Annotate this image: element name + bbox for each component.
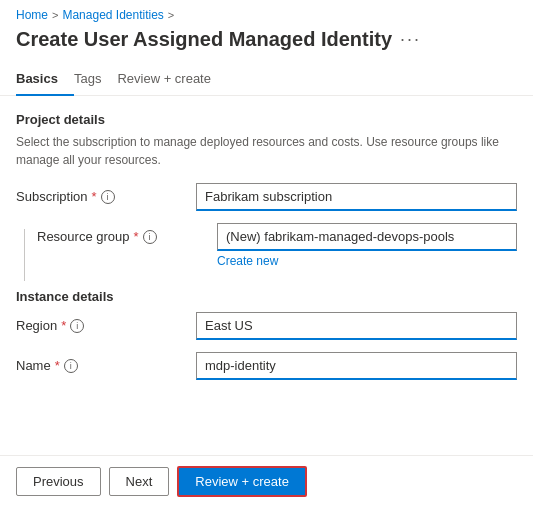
resource-group-divider-row: Resource group * i Create new [16,223,517,281]
region-info-icon[interactable]: i [70,319,84,333]
name-field-row: Name * i [16,352,517,380]
region-input[interactable] [196,312,517,340]
region-label: Region [16,318,57,333]
project-details-section: Project details Select the subscription … [16,112,517,169]
region-field-row: Region * i [16,312,517,340]
page-title-row: Create User Assigned Managed Identity ··… [0,26,533,63]
resource-group-input[interactable] [217,223,517,251]
more-options-icon[interactable]: ··· [400,29,421,50]
instance-details-title: Instance details [16,289,517,304]
resource-group-label: Resource group [37,229,130,244]
vertical-divider [24,229,25,281]
name-info-icon[interactable]: i [64,359,78,373]
resource-group-required: * [134,229,139,244]
previous-button[interactable]: Previous [16,467,101,496]
breadcrumb: Home > Managed Identities > [0,0,533,26]
subscription-label-col: Subscription * i [16,183,196,204]
project-details-desc: Select the subscription to manage deploy… [16,133,517,169]
breadcrumb-home[interactable]: Home [16,8,48,22]
resource-group-info-icon[interactable]: i [143,230,157,244]
region-label-col: Region * i [16,312,196,333]
tab-tags[interactable]: Tags [74,63,117,96]
tab-basics[interactable]: Basics [16,63,74,96]
create-new-link[interactable]: Create new [217,254,517,268]
subscription-label: Subscription [16,189,88,204]
name-required: * [55,358,60,373]
tabs-bar: Basics Tags Review + create [0,63,533,96]
instance-details-section: Instance details [16,289,517,304]
subscription-input[interactable] [196,183,517,211]
resource-group-inner: Resource group * i Create new [37,223,517,280]
tab-review-create[interactable]: Review + create [117,63,227,96]
resource-group-field-row: Resource group * i Create new [37,223,517,268]
next-button[interactable]: Next [109,467,170,496]
breadcrumb-sep-2: > [168,9,174,21]
project-details-title: Project details [16,112,517,127]
review-create-button[interactable]: Review + create [177,466,307,497]
name-input[interactable] [196,352,517,380]
name-label: Name [16,358,51,373]
name-label-col: Name * i [16,352,196,373]
name-input-col [196,352,517,380]
page-title: Create User Assigned Managed Identity [16,28,392,51]
subscription-required: * [92,189,97,204]
footer: Previous Next Review + create [0,455,533,507]
subscription-field-row: Subscription * i [16,183,517,211]
main-content: Project details Select the subscription … [0,96,533,380]
subscription-input-col [196,183,517,211]
resource-group-label-col: Resource group * i [37,223,217,244]
resource-group-input-col: Create new [217,223,517,268]
subscription-info-icon[interactable]: i [101,190,115,204]
breadcrumb-sep-1: > [52,9,58,21]
region-required: * [61,318,66,333]
breadcrumb-managed-identities[interactable]: Managed Identities [62,8,163,22]
region-input-col [196,312,517,340]
